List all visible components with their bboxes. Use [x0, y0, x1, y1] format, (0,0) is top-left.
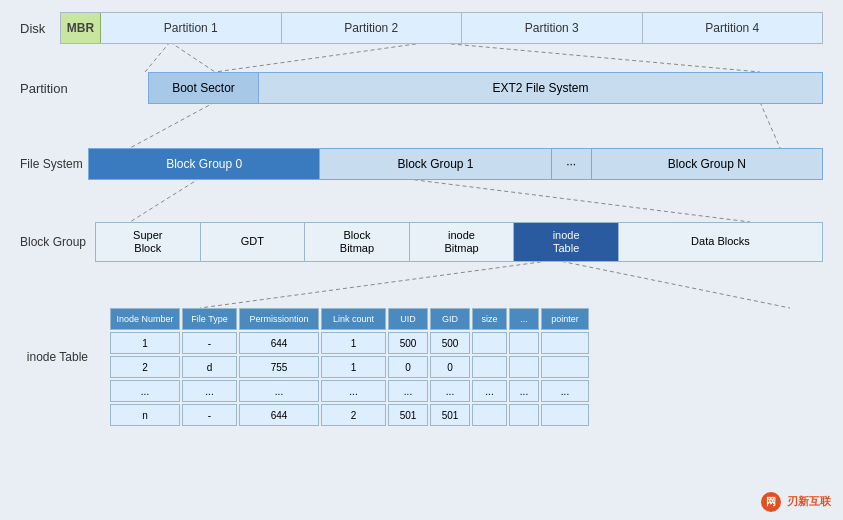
bg-inode-bitmap: inode Bitmap	[410, 223, 515, 261]
table-cell: 644	[239, 404, 319, 426]
table-cell: ...	[430, 380, 470, 402]
table-cell: n	[110, 404, 180, 426]
table-cell: ...	[239, 380, 319, 402]
table-cell: ...	[472, 380, 507, 402]
table-cell	[472, 404, 507, 426]
svg-line-9	[555, 260, 790, 308]
blockgroup-boxes: Super Block GDT Block Bitmap inode Bitma…	[95, 222, 823, 262]
table-cell: -	[182, 332, 237, 354]
disk-label: Disk	[20, 21, 60, 36]
blockgroup-label: Block Group	[20, 235, 95, 249]
disk-partition3: Partition 3	[462, 13, 643, 43]
bg-superblock: Super Block	[96, 223, 201, 261]
disk-boxes: MBR Partition 1 Partition 2 Partition 3 …	[60, 12, 823, 44]
table-cell: 1	[110, 332, 180, 354]
watermark-icon: 网	[761, 492, 781, 512]
table-cell	[509, 356, 539, 378]
disk-mbr: MBR	[61, 13, 101, 43]
table-cell: 2	[110, 356, 180, 378]
table-cell: 0	[388, 356, 428, 378]
table-cell: 1	[321, 356, 386, 378]
inodetable-section: inode Table Inode Number File Type Permi…	[20, 308, 823, 426]
svg-line-2	[215, 42, 430, 72]
disk-partition1: Partition 1	[101, 13, 282, 43]
watermark-text: 刃新互联	[787, 495, 831, 507]
table-row: n-6442501501	[110, 404, 823, 426]
table-cell: 0	[430, 356, 470, 378]
block-group-dots: ···	[552, 149, 592, 179]
th-link-count: Link count	[321, 308, 386, 330]
disk-partition4: Partition 4	[643, 13, 823, 43]
table-cell: -	[182, 404, 237, 426]
disk-partition2: Partition 2	[282, 13, 463, 43]
blockgroup-row: Block Group Super Block GDT Block Bitmap…	[20, 222, 823, 262]
table-cell: ...	[321, 380, 386, 402]
partition-ext2: EXT2 File System	[259, 73, 822, 103]
svg-line-7	[400, 178, 750, 222]
table-cell: ...	[110, 380, 180, 402]
partition-boot-sector: Boot Sector	[149, 73, 259, 103]
svg-line-4	[130, 102, 215, 148]
block-group-0: Block Group 0	[89, 149, 320, 179]
th-inode-number: Inode Number	[110, 308, 180, 330]
disk-row: Disk MBR Partition 1 Partition 2 Partiti…	[20, 12, 823, 44]
table-cell: ...	[541, 380, 589, 402]
th-uid: UID	[388, 308, 428, 330]
th-file-type: File Type	[182, 308, 237, 330]
table-cell	[541, 332, 589, 354]
inodetable-label: inode Table	[20, 350, 88, 364]
bg-data-blocks: Data Blocks	[619, 223, 822, 261]
table-row: 1-6441500500	[110, 332, 823, 354]
th-size: size	[472, 308, 507, 330]
table-cell: ...	[509, 380, 539, 402]
diagram-container: Disk MBR Partition 1 Partition 2 Partiti…	[0, 0, 843, 520]
table-cell: 500	[430, 332, 470, 354]
inodetable-header-row: Inode Number File Type Permissiontion Li…	[110, 308, 823, 330]
partition-row: Partition Boot Sector EXT2 File System	[20, 72, 823, 104]
svg-line-0	[145, 42, 170, 72]
table-cell	[541, 356, 589, 378]
svg-line-5	[760, 102, 780, 148]
table-cell: 501	[388, 404, 428, 426]
table-cell: 500	[388, 332, 428, 354]
filesystem-boxes: Block Group 0 Block Group 1 ··· Block Gr…	[88, 148, 823, 180]
bg-inode-table: inode Table	[514, 223, 619, 261]
table-cell	[509, 404, 539, 426]
inodetable-data-rows: 1-64415005002d755100....................…	[110, 332, 823, 426]
block-group-n: Block Group N	[592, 149, 822, 179]
th-gid: GID	[430, 308, 470, 330]
table-cell: 2	[321, 404, 386, 426]
partition-label: Partition	[20, 81, 88, 96]
inodetable-grid: Inode Number File Type Permissiontion Li…	[110, 308, 823, 426]
table-cell: 1	[321, 332, 386, 354]
table-cell	[472, 356, 507, 378]
watermark: 网 刃新互联	[761, 492, 831, 512]
th-pointer: pointer	[541, 308, 589, 330]
bg-gdt: GDT	[201, 223, 306, 261]
th-permission: Permissiontion	[239, 308, 319, 330]
table-cell	[472, 332, 507, 354]
table-cell: ...	[182, 380, 237, 402]
filesystem-label: File System	[20, 157, 88, 171]
th-dots: ...	[509, 308, 539, 330]
bg-block-bitmap: Block Bitmap	[305, 223, 410, 261]
svg-line-1	[170, 42, 215, 72]
table-cell: ...	[388, 380, 428, 402]
table-row: ...........................	[110, 380, 823, 402]
filesystem-row: File System Block Group 0 Block Group 1 …	[20, 148, 823, 180]
table-row: 2d755100	[110, 356, 823, 378]
svg-line-3	[430, 42, 760, 72]
svg-line-8	[200, 260, 555, 308]
table-cell: d	[182, 356, 237, 378]
block-group-1: Block Group 1	[320, 149, 551, 179]
partition-boxes: Boot Sector EXT2 File System	[148, 72, 823, 104]
table-cell: 501	[430, 404, 470, 426]
svg-line-6	[130, 178, 200, 222]
table-cell	[541, 404, 589, 426]
table-cell	[509, 332, 539, 354]
table-cell: 644	[239, 332, 319, 354]
table-cell: 755	[239, 356, 319, 378]
